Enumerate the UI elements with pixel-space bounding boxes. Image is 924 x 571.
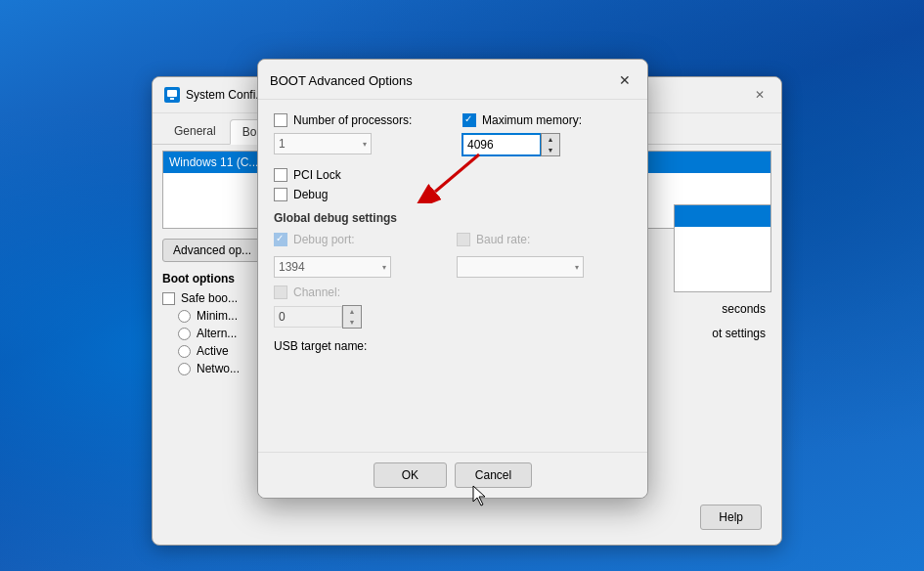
debug-grid: Debug port: 1394 ▾ Baud rate: ▾: [274, 233, 632, 278]
ok-button[interactable]: OK: [374, 462, 447, 488]
minimal-radio[interactable]: [178, 310, 191, 323]
debug-port-arrow-icon: ▾: [382, 263, 386, 272]
channel-checkbox[interactable]: [274, 286, 287, 299]
usb-target-section: USB target name:: [274, 338, 632, 353]
svg-rect-1: [170, 98, 174, 100]
svg-rect-0: [167, 90, 177, 97]
max-memory-spinbox-buttons: ▲ ▼: [541, 133, 560, 156]
dialog-close-button[interactable]: ✕: [614, 69, 636, 91]
minimal-label: Minim...: [197, 309, 238, 323]
debug-port-checkbox[interactable]: [274, 233, 287, 246]
baud-rate-dropdown[interactable]: ▾: [457, 256, 584, 278]
timeout-label: seconds: [722, 302, 766, 316]
tab-general[interactable]: General: [162, 119, 228, 144]
debug-port-col: Debug port: 1394 ▾: [274, 233, 449, 278]
num-processors-col: Number of processors: 1 ▾: [274, 113, 443, 156]
dialog-footer: OK Cancel: [258, 452, 647, 498]
debug-checkbox[interactable]: [274, 188, 287, 201]
debug-label: Debug: [293, 188, 328, 201]
help-button[interactable]: Help: [700, 505, 762, 530]
system-config-close-button[interactable]: ✕: [750, 85, 770, 105]
num-processors-dropdown-row: 1 ▾: [274, 133, 443, 154]
max-memory-input[interactable]: [462, 134, 541, 155]
num-processors-checkbox[interactable]: [274, 113, 287, 127]
channel-input[interactable]: [274, 306, 342, 328]
dialog-body: Number of processors: 1 ▾ Maximum memory…: [258, 100, 647, 378]
max-memory-check-row: Maximum memory:: [462, 113, 632, 127]
num-processors-dropdown[interactable]: 1 ▾: [274, 133, 372, 154]
channel-spinbox-buttons: ▲ ▼: [342, 305, 362, 329]
cancel-button[interactable]: Cancel: [455, 462, 532, 488]
channel-check-row: Channel:: [274, 286, 632, 299]
channel-label: Channel:: [293, 286, 340, 299]
baud-rate-check-row: Baud rate:: [457, 233, 632, 246]
boot-advanced-dialog: BOOT Advanced Options ✕ Number of proces…: [257, 59, 648, 499]
boot-right-selected: [675, 205, 770, 227]
num-processors-label: Number of processors:: [293, 113, 412, 127]
debug-port-check-row: Debug port:: [274, 233, 449, 246]
debug-row: Debug: [274, 188, 632, 201]
dialog-titlebar: BOOT Advanced Options ✕: [258, 60, 647, 100]
max-memory-checkbox[interactable]: [462, 113, 476, 127]
channel-increment-button[interactable]: ▲: [343, 306, 361, 317]
num-processors-check-row: Number of processors:: [274, 113, 443, 127]
channel-spinbox: ▲ ▼: [274, 305, 632, 329]
network-radio[interactable]: [178, 363, 191, 375]
baud-rate-arrow-icon: ▾: [575, 263, 579, 272]
baud-rate-label: Baud rate:: [476, 233, 530, 246]
baud-rate-checkbox[interactable]: [457, 233, 470, 246]
debug-port-value: 1394: [279, 260, 305, 274]
computer-icon: [164, 87, 180, 103]
alternate-label: Altern...: [197, 327, 237, 340]
pci-lock-label: PCI Lock: [293, 168, 341, 182]
max-memory-label: Maximum memory:: [482, 113, 582, 127]
max-memory-spinbox: ▲ ▼: [462, 133, 632, 156]
titlebar-left: System Confi...: [164, 87, 265, 103]
dialog-title: BOOT Advanced Options: [270, 73, 413, 88]
boot-right-panel: [674, 204, 771, 292]
max-memory-col: Maximum memory: ▲ ▼: [462, 113, 632, 156]
channel-decrement-button[interactable]: ▼: [343, 317, 361, 328]
alternate-radio[interactable]: [178, 328, 191, 340]
pci-lock-row: PCI Lock: [274, 168, 632, 182]
debug-port-dropdown[interactable]: 1394 ▾: [274, 256, 391, 278]
system-config-title: System Confi...: [186, 88, 265, 102]
active-label: Active: [197, 344, 229, 358]
global-debug-settings-section: Global debug settings Debug port: 1394 ▾: [274, 211, 632, 329]
safe-boot-label: Safe boo...: [181, 291, 238, 305]
baud-rate-col: Baud rate: ▾: [457, 233, 632, 278]
advanced-options-button[interactable]: Advanced op...: [162, 239, 262, 262]
safe-boot-checkbox[interactable]: [162, 292, 175, 305]
global-debug-settings-label: Global debug settings: [274, 211, 632, 225]
max-memory-increment-button[interactable]: ▲: [542, 134, 559, 145]
pci-debug-section: PCI Lock Debug: [274, 168, 632, 201]
top-options-row: Number of processors: 1 ▾ Maximum memory…: [274, 113, 632, 156]
num-processors-value: 1: [279, 137, 286, 151]
debug-port-label: Debug port:: [293, 233, 355, 246]
active-radio[interactable]: [178, 345, 191, 358]
num-processors-arrow-icon: ▾: [363, 140, 367, 149]
reset-settings-label: ot settings: [712, 327, 766, 340]
network-label: Netwo...: [197, 362, 240, 375]
usb-target-label: USB target name:: [274, 339, 367, 353]
channel-section: Channel: ▲ ▼: [274, 286, 632, 329]
max-memory-decrement-button[interactable]: ▼: [542, 145, 559, 155]
pci-lock-checkbox[interactable]: [274, 168, 287, 182]
